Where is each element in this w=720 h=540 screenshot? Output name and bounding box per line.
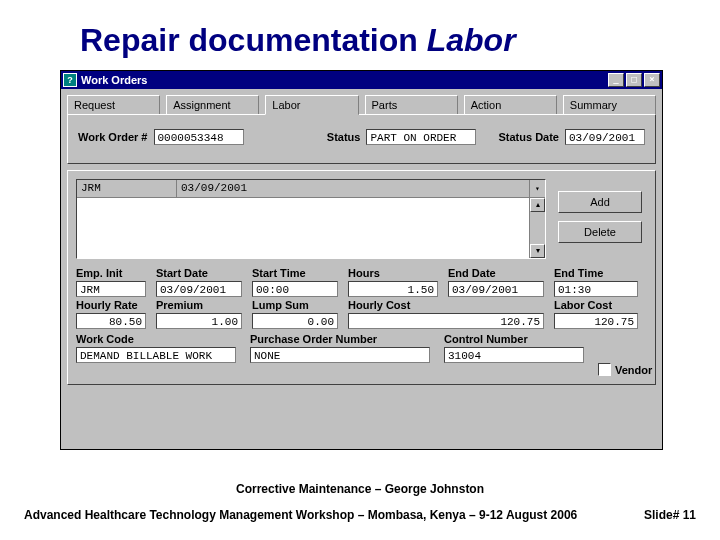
window-title: Work Orders: [81, 74, 147, 86]
header-panel: Work Order # 0000053348 Status PART ON O…: [67, 114, 656, 164]
lump-sum-label: Lump Sum: [252, 299, 338, 311]
labor-fields-grid: Emp. Init Start Date Start Time Hours En…: [76, 267, 647, 329]
slide-title: Repair documentation Labor: [0, 0, 720, 65]
slide-number: Slide# 11: [644, 508, 696, 522]
list-col-date: 03/09/2001: [177, 180, 529, 197]
status-label: Status: [327, 131, 361, 143]
labor-list-header: JRM 03/09/2001 ▾: [77, 180, 545, 198]
tab-request[interactable]: Request: [67, 95, 160, 115]
work-code-field[interactable]: DEMAND BILLABLE WORK: [76, 347, 236, 363]
labor-list-area: JRM 03/09/2001 ▾ ▴ ▾ Add Delete: [76, 179, 647, 259]
slide-title-labor: Labor: [427, 22, 516, 58]
end-date-label: End Date: [448, 267, 544, 279]
end-time-label: End Time: [554, 267, 638, 279]
delete-button[interactable]: Delete: [558, 221, 642, 243]
hourly-rate-label: Hourly Rate: [76, 299, 146, 311]
end-time-field[interactable]: 01:30: [554, 281, 638, 297]
maximize-button[interactable]: □: [626, 73, 642, 87]
po-number-label: Purchase Order Number: [250, 333, 430, 345]
titlebar[interactable]: ? Work Orders _ □ ×: [61, 71, 662, 89]
premium-label: Premium: [156, 299, 242, 311]
footer-line-1: Corrective Maintenance – George Johnston: [0, 482, 720, 496]
vendor-checkbox[interactable]: [598, 363, 611, 376]
work-order-field[interactable]: 0000053348: [154, 129, 244, 145]
labor-cost-label: Labor Cost: [554, 299, 638, 311]
app-icon: ?: [63, 73, 77, 87]
lump-sum-field[interactable]: 0.00: [252, 313, 338, 329]
hourly-rate-field[interactable]: 80.50: [76, 313, 146, 329]
vendor-checkbox-wrap[interactable]: Vendor: [598, 363, 668, 376]
start-time-label: Start Time: [252, 267, 338, 279]
labor-listbox[interactable]: JRM 03/09/2001 ▾ ▴ ▾: [76, 179, 546, 259]
labor-list-body[interactable]: [77, 198, 545, 259]
control-number-label: Control Number: [444, 333, 584, 345]
labor-bottom-grid: Work Code Purchase Order Number Control …: [76, 333, 647, 376]
status-field[interactable]: PART ON ORDER: [366, 129, 476, 145]
list-col-emp: JRM: [77, 180, 177, 197]
slide-title-text: Repair documentation: [80, 22, 427, 58]
scroll-up-button[interactable]: ▴: [530, 198, 545, 212]
hourly-cost-label: Hourly Cost: [348, 299, 544, 311]
status-date-label: Status Date: [498, 131, 559, 143]
list-header-scroll-icon[interactable]: ▾: [529, 180, 545, 197]
work-orders-window: ? Work Orders _ □ × Request Assignment L…: [60, 70, 663, 450]
labor-cost-field: 120.75: [554, 313, 638, 329]
client-area: Request Assignment Labor Parts Action Su…: [61, 89, 662, 449]
po-number-field[interactable]: NONE: [250, 347, 430, 363]
minimize-button[interactable]: _: [608, 73, 624, 87]
tab-summary[interactable]: Summary: [563, 95, 656, 115]
status-date-field[interactable]: 03/09/2001: [565, 129, 645, 145]
tab-bar: Request Assignment Labor Parts Action Su…: [67, 95, 656, 115]
labor-panel: JRM 03/09/2001 ▾ ▴ ▾ Add Delete Emp. I: [67, 170, 656, 385]
hourly-cost-field: 120.75: [348, 313, 544, 329]
work-order-label: Work Order #: [78, 131, 148, 143]
tab-labor[interactable]: Labor: [265, 95, 358, 115]
scroll-down-button[interactable]: ▾: [530, 244, 545, 258]
tab-parts[interactable]: Parts: [365, 95, 458, 115]
start-date-label: Start Date: [156, 267, 242, 279]
emp-init-label: Emp. Init: [76, 267, 146, 279]
hours-field[interactable]: 1.50: [348, 281, 438, 297]
start-date-field[interactable]: 03/09/2001: [156, 281, 242, 297]
premium-field[interactable]: 1.00: [156, 313, 242, 329]
control-number-field[interactable]: 31004: [444, 347, 584, 363]
tab-assignment[interactable]: Assignment: [166, 95, 259, 115]
emp-init-field[interactable]: JRM: [76, 281, 146, 297]
add-button[interactable]: Add: [558, 191, 642, 213]
vendor-label: Vendor: [615, 364, 652, 376]
hours-label: Hours: [348, 267, 438, 279]
list-side-buttons: Add Delete: [558, 191, 642, 243]
start-time-field[interactable]: 00:00: [252, 281, 338, 297]
close-button[interactable]: ×: [644, 73, 660, 87]
tab-action[interactable]: Action: [464, 95, 557, 115]
vertical-scrollbar[interactable]: ▴ ▾: [529, 198, 545, 258]
end-date-field[interactable]: 03/09/2001: [448, 281, 544, 297]
footer-line-2: Advanced Healthcare Technology Managemen…: [0, 508, 720, 522]
work-code-label: Work Code: [76, 333, 236, 345]
footer-workshop: Advanced Healthcare Technology Managemen…: [24, 508, 577, 522]
